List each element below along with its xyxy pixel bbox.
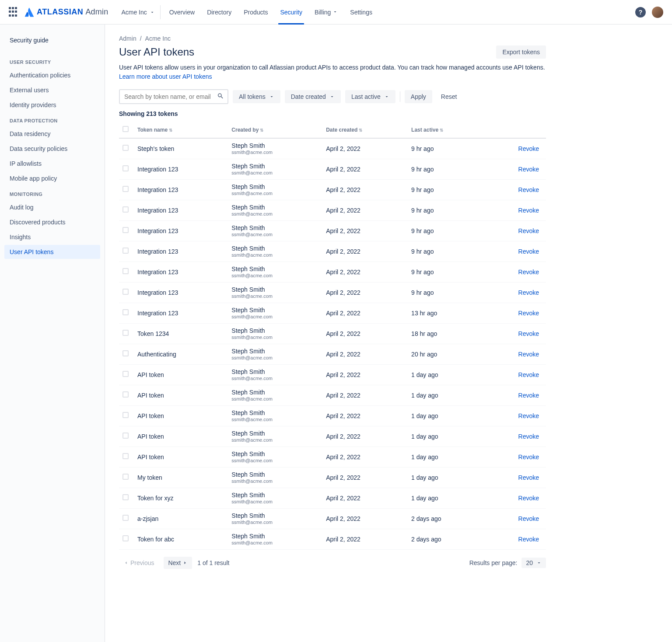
- nav-tab-settings[interactable]: Settings: [345, 0, 378, 24]
- row-checkbox[interactable]: [122, 248, 129, 254]
- table-row: API tokenSteph Smithssmith@acme.comApril…: [119, 405, 546, 426]
- revoke-link[interactable]: Revoke: [518, 310, 539, 317]
- next-button[interactable]: Next: [164, 557, 192, 569]
- filter-date-created[interactable]: Date created: [285, 90, 341, 103]
- sidebar-item-insights[interactable]: Insights: [4, 230, 100, 244]
- row-checkbox[interactable]: [122, 453, 129, 459]
- revoke-link[interactable]: Revoke: [518, 433, 539, 440]
- nav-tab-products[interactable]: Products: [238, 0, 273, 24]
- row-checkbox[interactable]: [122, 535, 129, 541]
- learn-more-link[interactable]: Learn more about user API tokens: [119, 73, 212, 80]
- cell-token-name: Integration 123: [134, 200, 228, 220]
- filter-last-active[interactable]: Last active: [345, 90, 396, 103]
- filter-all-tokens[interactable]: All tokens: [233, 90, 280, 103]
- row-checkbox[interactable]: [122, 186, 129, 192]
- select-all-checkbox[interactable]: [122, 126, 129, 132]
- breadcrumb-admin[interactable]: Admin: [119, 35, 136, 42]
- sidebar-item-mobile-app-policy[interactable]: Mobile app policy: [4, 171, 100, 185]
- sidebar-item-external-users[interactable]: External users: [4, 83, 100, 97]
- prev-button[interactable]: Previous: [119, 557, 158, 569]
- breadcrumb-org[interactable]: Acme Inc: [145, 35, 171, 42]
- revoke-link[interactable]: Revoke: [518, 330, 539, 337]
- cell-last-active: 9 hr ago: [408, 262, 484, 282]
- app-switcher-icon[interactable]: [9, 7, 19, 17]
- reset-button[interactable]: Reset: [437, 90, 462, 103]
- revoke-link[interactable]: Revoke: [518, 248, 539, 255]
- page-title: User API tokens: [119, 46, 194, 58]
- row-checkbox[interactable]: [122, 165, 129, 171]
- row-checkbox[interactable]: [122, 227, 129, 233]
- chevron-down-icon: [332, 9, 338, 14]
- sidebar-item-data-residency[interactable]: Data residency: [4, 127, 100, 141]
- row-checkbox[interactable]: [122, 350, 129, 356]
- sidebar-item-audit-log[interactable]: Audit log: [4, 200, 100, 214]
- cell-last-active: 9 hr ago: [408, 179, 484, 200]
- cell-token-name: API token: [134, 426, 228, 447]
- row-checkbox[interactable]: [122, 289, 129, 295]
- avatar[interactable]: [652, 7, 663, 18]
- revoke-link[interactable]: Revoke: [518, 227, 539, 234]
- sidebar-item-authentication-policies[interactable]: Authentication policies: [4, 68, 100, 82]
- sidebar-item-data-security-policies[interactable]: Data security policies: [4, 142, 100, 156]
- rpp-selector[interactable]: 20: [522, 558, 546, 568]
- row-checkbox[interactable]: [122, 474, 129, 480]
- sidebar-item-identity-providers[interactable]: Identity providers: [4, 98, 100, 112]
- cell-created-by: Steph Smithssmith@acme.com: [228, 303, 322, 323]
- chevron-down-icon: [150, 10, 155, 15]
- row-checkbox[interactable]: [122, 309, 129, 315]
- row-checkbox[interactable]: [122, 330, 129, 336]
- revoke-link[interactable]: Revoke: [518, 536, 539, 543]
- revoke-link[interactable]: Revoke: [518, 289, 539, 296]
- nav-tab-directory[interactable]: Directory: [202, 0, 237, 24]
- cell-created-by: Steph Smithssmith@acme.com: [228, 364, 322, 385]
- col-token-name[interactable]: Token name⇅: [134, 122, 228, 138]
- row-checkbox[interactable]: [122, 206, 129, 213]
- revoke-link[interactable]: Revoke: [518, 351, 539, 358]
- nav-tab-security[interactable]: Security: [275, 0, 308, 24]
- org-selector[interactable]: Acme Inc: [116, 5, 160, 19]
- cell-created-by: Steph Smithssmith@acme.com: [228, 241, 322, 262]
- revoke-link[interactable]: Revoke: [518, 186, 539, 193]
- revoke-link[interactable]: Revoke: [518, 454, 539, 461]
- help-icon[interactable]: ?: [635, 7, 646, 17]
- sidebar-item-discovered-products[interactable]: Discovered products: [4, 215, 100, 229]
- col-last-active[interactable]: Last active⇅: [408, 122, 484, 138]
- row-checkbox[interactable]: [122, 145, 129, 151]
- row-checkbox[interactable]: [122, 433, 129, 439]
- export-tokens-button[interactable]: Export tokens: [496, 45, 546, 59]
- chevron-down-icon: [536, 560, 542, 565]
- sidebar-section-heading: USER SECURITY: [4, 54, 100, 68]
- revoke-link[interactable]: Revoke: [518, 515, 539, 522]
- revoke-link[interactable]: Revoke: [518, 392, 539, 399]
- revoke-link[interactable]: Revoke: [518, 145, 539, 152]
- apply-button[interactable]: Apply: [405, 90, 432, 103]
- search-input[interactable]: [119, 89, 228, 104]
- sidebar-security-guide[interactable]: Security guide: [4, 33, 100, 47]
- revoke-link[interactable]: Revoke: [518, 474, 539, 481]
- row-checkbox[interactable]: [122, 515, 129, 521]
- row-checkbox[interactable]: [122, 391, 129, 398]
- row-checkbox[interactable]: [122, 371, 129, 377]
- logo[interactable]: ATLASSIAN Admin: [24, 7, 108, 17]
- sidebar-item-user-api-tokens[interactable]: User API tokens: [4, 245, 100, 259]
- revoke-link[interactable]: Revoke: [518, 269, 539, 276]
- sidebar-item-ip-allowlists[interactable]: IP allowlists: [4, 157, 100, 171]
- row-checkbox[interactable]: [122, 494, 129, 500]
- table-row: Integration 123Steph Smithssmith@acme.co…: [119, 282, 546, 303]
- cell-created-by: Steph Smithssmith@acme.com: [228, 508, 322, 529]
- revoke-link[interactable]: Revoke: [518, 371, 539, 378]
- nav-tab-overview[interactable]: Overview: [164, 0, 200, 24]
- sidebar: Security guide USER SECURITYAuthenticati…: [0, 24, 105, 642]
- row-checkbox[interactable]: [122, 268, 129, 274]
- col-created-by[interactable]: Created by⇅: [228, 122, 322, 138]
- revoke-link[interactable]: Revoke: [518, 495, 539, 502]
- row-checkbox[interactable]: [122, 412, 129, 418]
- filter-bar: All tokens Date created Last active Appl…: [119, 89, 546, 104]
- col-date-created[interactable]: Date created⇅: [322, 122, 408, 138]
- table-row: Integration 123Steph Smithssmith@acme.co…: [119, 303, 546, 323]
- revoke-link[interactable]: Revoke: [518, 207, 539, 214]
- nav-tab-billing[interactable]: Billing: [309, 0, 343, 24]
- showing-count: Showing 213 tokens: [119, 110, 546, 117]
- revoke-link[interactable]: Revoke: [518, 166, 539, 173]
- revoke-link[interactable]: Revoke: [518, 412, 539, 419]
